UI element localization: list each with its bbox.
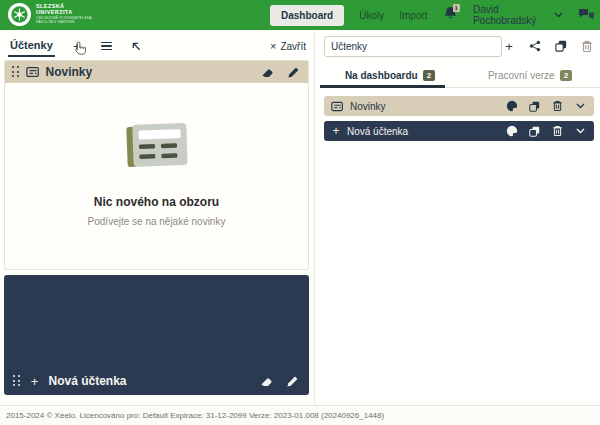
notifications-button[interactable]: 1 [443, 5, 458, 25]
newspaper-icon [331, 101, 344, 112]
tab-count-badge: 2 [423, 70, 435, 81]
widget-nova-uctenka[interactable]: + Nová účtenka [4, 275, 309, 395]
edit-widget-button[interactable] [284, 373, 300, 389]
add-tab-button[interactable]: + [69, 38, 85, 54]
user-name: David Pochobradský [473, 4, 549, 26]
arrow-up-left-icon [131, 41, 142, 52]
chevron-down-icon [576, 103, 585, 109]
footer-license-text: 2015-2024 © Xeelo. Licencováno pro: Defa… [6, 411, 384, 420]
pencil-icon [287, 66, 300, 79]
app-window: SLEZSKÁ UNIVERZITA OBCHODNĚ PODNIKATELSK… [0, 0, 600, 425]
dashboard-toolbar: Účtenky + × Zavřít [0, 34, 314, 58]
list-item-novinky[interactable]: Novinky [324, 96, 594, 116]
tab-label: Pracovní verze [488, 70, 555, 81]
eraser-icon [261, 66, 274, 79]
top-header: SLEZSKÁ UNIVERZITA OBCHODNĚ PODNIKATELSK… [0, 0, 600, 30]
clear-widget-button[interactable] [259, 64, 275, 80]
collapse-button[interactable] [129, 38, 145, 54]
novinky-empty-state: Nic nového na obzoru Podívejte se na něj… [5, 83, 308, 269]
tab-count-badge: 2 [560, 70, 572, 81]
empty-state-title: Nic nového na obzoru [94, 195, 219, 209]
nav-item-ukoly[interactable]: Úkoly [359, 10, 384, 21]
delete-button[interactable] [551, 125, 564, 138]
expand-row-button[interactable] [574, 125, 587, 138]
style-button[interactable] [505, 125, 518, 138]
duplicate-button[interactable] [528, 125, 541, 138]
palette-icon [506, 125, 518, 137]
menu-button[interactable] [99, 38, 115, 54]
university-logo[interactable]: SLEZSKÁ UNIVERZITA OBCHODNĚ PODNIKATELSK… [8, 3, 92, 26]
close-icon: × [270, 41, 276, 52]
chat-button[interactable] [578, 7, 594, 23]
style-button[interactable] [505, 100, 518, 113]
delete-button[interactable] [551, 100, 564, 113]
widget-title: Nová účtenka [49, 374, 127, 388]
share-button[interactable] [528, 39, 542, 53]
delete-button[interactable] [580, 39, 594, 53]
university-seal-icon [8, 3, 31, 26]
widgets-sidebar: + [316, 30, 600, 405]
empty-state-subtitle: Podívejte se na nějaké novinky [88, 216, 226, 227]
header-nav: Dashboard Úkoly Import 1 David Pochobrad… [270, 0, 594, 30]
trash-icon [552, 100, 563, 112]
active-tab-underline [320, 85, 445, 88]
list-item-label: Nová účtenka [347, 126, 408, 137]
share-icon [529, 40, 541, 52]
drag-handle-icon[interactable] [12, 66, 20, 78]
widget-search-input[interactable] [324, 36, 502, 57]
chevron-down-icon [554, 12, 563, 18]
expand-row-button[interactable] [574, 100, 587, 113]
tab-uctenky[interactable]: Účtenky [8, 36, 55, 57]
plus-icon: + [331, 123, 341, 139]
tab-na-dashboardu[interactable]: Na dashboardu 2 [320, 64, 460, 87]
widget-title: Novinky [46, 65, 93, 79]
widget-nova-uctenka-footer: + Nová účtenka [4, 373, 309, 389]
pencil-icon [286, 375, 299, 388]
dashboard-canvas: Účtenky + × Zavřít [0, 30, 315, 405]
tab-label: Na dashboardu [345, 70, 418, 81]
newspaper-icon [26, 66, 40, 78]
nav-item-dashboard[interactable]: Dashboard [270, 5, 344, 26]
edit-widget-button[interactable] [285, 64, 301, 80]
clone-icon [529, 126, 540, 137]
widget-novinky-header[interactable]: Novinky [5, 61, 308, 83]
newspaper-illustration-icon [124, 123, 190, 169]
palette-icon [506, 100, 518, 112]
close-button[interactable]: × Zavřít [270, 41, 306, 52]
duplicate-button[interactable] [528, 100, 541, 113]
drag-handle-icon[interactable] [13, 375, 21, 387]
sidebar-toolbar: + [324, 35, 594, 57]
tab-pracovni-verze[interactable]: Pracovní verze 2 [460, 64, 600, 87]
widget-novinky: Novinky [4, 60, 309, 270]
comments-icon [578, 8, 595, 22]
eraser-icon [260, 375, 273, 388]
duplicate-button[interactable] [554, 39, 568, 53]
footer: 2015-2024 © Xeelo. Licencováno pro: Defa… [0, 405, 600, 425]
widget-list: Novinky [324, 96, 594, 146]
user-menu[interactable]: David Pochobradský [473, 4, 563, 26]
clone-icon [529, 101, 540, 112]
clear-widget-button[interactable] [258, 373, 274, 389]
clone-icon [555, 40, 567, 52]
plus-icon: + [29, 373, 41, 389]
trash-icon [552, 125, 563, 137]
add-widget-button[interactable]: + [502, 39, 516, 53]
list-item-label: Novinky [350, 101, 386, 112]
notification-count-badge: 1 [453, 4, 460, 12]
hamburger-icon [101, 42, 112, 51]
logo-text: SLEZSKÁ UNIVERZITA OBCHODNĚ PODNIKATELSK… [36, 4, 92, 25]
sidebar-tabs: Na dashboardu 2 Pracovní verze 2 [320, 64, 600, 88]
nav-item-import[interactable]: Import [399, 10, 427, 21]
list-item-nova-uctenka[interactable]: + Nová účtenka [324, 121, 594, 141]
chevron-down-icon [576, 128, 585, 134]
close-label: Zavřít [280, 41, 306, 52]
trash-icon [581, 40, 593, 53]
